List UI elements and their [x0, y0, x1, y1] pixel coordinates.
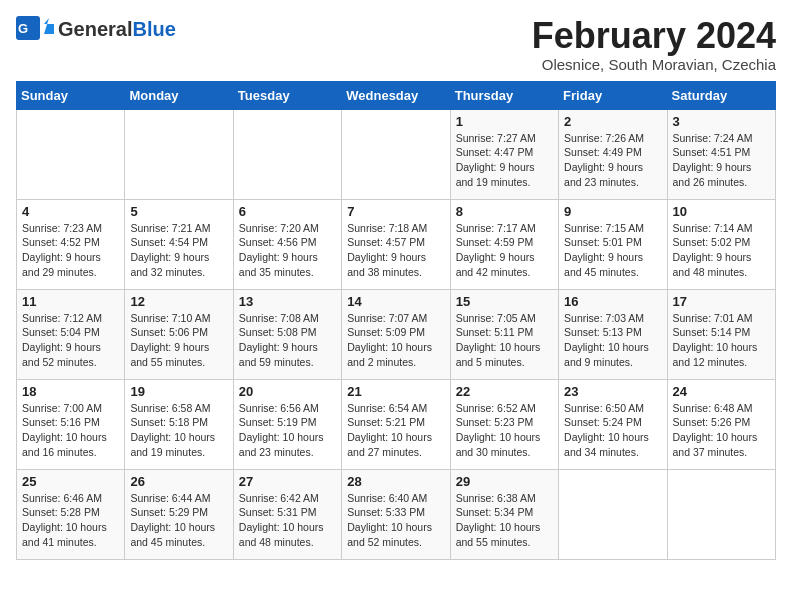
day-number: 27	[239, 474, 336, 489]
day-number: 4	[22, 204, 119, 219]
day-info: Sunrise: 7:05 AM Sunset: 5:11 PM Dayligh…	[456, 311, 553, 370]
day-info: Sunrise: 7:14 AM Sunset: 5:02 PM Dayligh…	[673, 221, 770, 280]
day-number: 11	[22, 294, 119, 309]
table-row: 24Sunrise: 6:48 AM Sunset: 5:26 PM Dayli…	[667, 379, 775, 469]
day-info: Sunrise: 7:15 AM Sunset: 5:01 PM Dayligh…	[564, 221, 661, 280]
day-number: 15	[456, 294, 553, 309]
day-number: 17	[673, 294, 770, 309]
day-number: 3	[673, 114, 770, 129]
table-row	[125, 109, 233, 199]
table-row	[17, 109, 125, 199]
logo: G GeneralBlue	[16, 16, 176, 42]
day-info: Sunrise: 6:50 AM Sunset: 5:24 PM Dayligh…	[564, 401, 661, 460]
day-info: Sunrise: 7:20 AM Sunset: 4:56 PM Dayligh…	[239, 221, 336, 280]
calendar-table: Sunday Monday Tuesday Wednesday Thursday…	[16, 81, 776, 560]
day-number: 25	[22, 474, 119, 489]
day-info: Sunrise: 7:03 AM Sunset: 5:13 PM Dayligh…	[564, 311, 661, 370]
calendar-week-row: 25Sunrise: 6:46 AM Sunset: 5:28 PM Dayli…	[17, 469, 776, 559]
day-info: Sunrise: 6:46 AM Sunset: 5:28 PM Dayligh…	[22, 491, 119, 550]
location-subtitle: Olesnice, South Moravian, Czechia	[532, 56, 776, 73]
table-row: 6Sunrise: 7:20 AM Sunset: 4:56 PM Daylig…	[233, 199, 341, 289]
table-row: 27Sunrise: 6:42 AM Sunset: 5:31 PM Dayli…	[233, 469, 341, 559]
day-info: Sunrise: 7:08 AM Sunset: 5:08 PM Dayligh…	[239, 311, 336, 370]
day-number: 7	[347, 204, 444, 219]
col-wednesday: Wednesday	[342, 81, 450, 109]
day-info: Sunrise: 6:52 AM Sunset: 5:23 PM Dayligh…	[456, 401, 553, 460]
table-row: 1Sunrise: 7:27 AM Sunset: 4:47 PM Daylig…	[450, 109, 558, 199]
table-row: 3Sunrise: 7:24 AM Sunset: 4:51 PM Daylig…	[667, 109, 775, 199]
table-row: 14Sunrise: 7:07 AM Sunset: 5:09 PM Dayli…	[342, 289, 450, 379]
day-info: Sunrise: 7:10 AM Sunset: 5:06 PM Dayligh…	[130, 311, 227, 370]
calendar-week-row: 4Sunrise: 7:23 AM Sunset: 4:52 PM Daylig…	[17, 199, 776, 289]
day-info: Sunrise: 7:07 AM Sunset: 5:09 PM Dayligh…	[347, 311, 444, 370]
page-header: G GeneralBlue February 2024 Olesnice, So…	[16, 16, 776, 73]
day-info: Sunrise: 7:18 AM Sunset: 4:57 PM Dayligh…	[347, 221, 444, 280]
day-info: Sunrise: 6:48 AM Sunset: 5:26 PM Dayligh…	[673, 401, 770, 460]
logo-icon: G	[16, 16, 54, 42]
day-info: Sunrise: 6:40 AM Sunset: 5:33 PM Dayligh…	[347, 491, 444, 550]
day-info: Sunrise: 7:21 AM Sunset: 4:54 PM Dayligh…	[130, 221, 227, 280]
table-row	[667, 469, 775, 559]
calendar-week-row: 1Sunrise: 7:27 AM Sunset: 4:47 PM Daylig…	[17, 109, 776, 199]
day-number: 24	[673, 384, 770, 399]
table-row: 8Sunrise: 7:17 AM Sunset: 4:59 PM Daylig…	[450, 199, 558, 289]
table-row: 28Sunrise: 6:40 AM Sunset: 5:33 PM Dayli…	[342, 469, 450, 559]
table-row: 11Sunrise: 7:12 AM Sunset: 5:04 PM Dayli…	[17, 289, 125, 379]
col-saturday: Saturday	[667, 81, 775, 109]
table-row: 25Sunrise: 6:46 AM Sunset: 5:28 PM Dayli…	[17, 469, 125, 559]
col-sunday: Sunday	[17, 81, 125, 109]
table-row	[559, 469, 667, 559]
day-number: 16	[564, 294, 661, 309]
table-row: 13Sunrise: 7:08 AM Sunset: 5:08 PM Dayli…	[233, 289, 341, 379]
table-row: 15Sunrise: 7:05 AM Sunset: 5:11 PM Dayli…	[450, 289, 558, 379]
logo-blue: Blue	[132, 18, 175, 40]
day-number: 23	[564, 384, 661, 399]
table-row: 22Sunrise: 6:52 AM Sunset: 5:23 PM Dayli…	[450, 379, 558, 469]
day-number: 14	[347, 294, 444, 309]
day-number: 29	[456, 474, 553, 489]
day-info: Sunrise: 7:27 AM Sunset: 4:47 PM Dayligh…	[456, 131, 553, 190]
day-number: 13	[239, 294, 336, 309]
table-row: 12Sunrise: 7:10 AM Sunset: 5:06 PM Dayli…	[125, 289, 233, 379]
day-number: 22	[456, 384, 553, 399]
day-number: 6	[239, 204, 336, 219]
day-number: 9	[564, 204, 661, 219]
table-row: 19Sunrise: 6:58 AM Sunset: 5:18 PM Dayli…	[125, 379, 233, 469]
svg-marker-2	[44, 18, 54, 34]
day-number: 5	[130, 204, 227, 219]
table-row: 23Sunrise: 6:50 AM Sunset: 5:24 PM Dayli…	[559, 379, 667, 469]
table-row: 16Sunrise: 7:03 AM Sunset: 5:13 PM Dayli…	[559, 289, 667, 379]
day-number: 18	[22, 384, 119, 399]
day-number: 2	[564, 114, 661, 129]
day-info: Sunrise: 7:01 AM Sunset: 5:14 PM Dayligh…	[673, 311, 770, 370]
month-year-title: February 2024	[532, 16, 776, 56]
table-row: 26Sunrise: 6:44 AM Sunset: 5:29 PM Dayli…	[125, 469, 233, 559]
day-number: 12	[130, 294, 227, 309]
day-info: Sunrise: 6:42 AM Sunset: 5:31 PM Dayligh…	[239, 491, 336, 550]
calendar-week-row: 11Sunrise: 7:12 AM Sunset: 5:04 PM Dayli…	[17, 289, 776, 379]
table-row: 29Sunrise: 6:38 AM Sunset: 5:34 PM Dayli…	[450, 469, 558, 559]
day-info: Sunrise: 6:44 AM Sunset: 5:29 PM Dayligh…	[130, 491, 227, 550]
col-friday: Friday	[559, 81, 667, 109]
table-row: 20Sunrise: 6:56 AM Sunset: 5:19 PM Dayli…	[233, 379, 341, 469]
day-number: 8	[456, 204, 553, 219]
title-section: February 2024 Olesnice, South Moravian, …	[532, 16, 776, 73]
day-number: 26	[130, 474, 227, 489]
day-info: Sunrise: 7:12 AM Sunset: 5:04 PM Dayligh…	[22, 311, 119, 370]
day-info: Sunrise: 6:58 AM Sunset: 5:18 PM Dayligh…	[130, 401, 227, 460]
calendar-header-row: Sunday Monday Tuesday Wednesday Thursday…	[17, 81, 776, 109]
day-info: Sunrise: 6:56 AM Sunset: 5:19 PM Dayligh…	[239, 401, 336, 460]
table-row: 4Sunrise: 7:23 AM Sunset: 4:52 PM Daylig…	[17, 199, 125, 289]
day-number: 21	[347, 384, 444, 399]
day-number: 28	[347, 474, 444, 489]
col-tuesday: Tuesday	[233, 81, 341, 109]
table-row: 17Sunrise: 7:01 AM Sunset: 5:14 PM Dayli…	[667, 289, 775, 379]
day-info: Sunrise: 7:24 AM Sunset: 4:51 PM Dayligh…	[673, 131, 770, 190]
day-info: Sunrise: 7:00 AM Sunset: 5:16 PM Dayligh…	[22, 401, 119, 460]
logo-general: General	[58, 18, 132, 40]
table-row: 21Sunrise: 6:54 AM Sunset: 5:21 PM Dayli…	[342, 379, 450, 469]
day-info: Sunrise: 7:17 AM Sunset: 4:59 PM Dayligh…	[456, 221, 553, 280]
svg-text:G: G	[18, 21, 28, 36]
table-row: 9Sunrise: 7:15 AM Sunset: 5:01 PM Daylig…	[559, 199, 667, 289]
col-thursday: Thursday	[450, 81, 558, 109]
